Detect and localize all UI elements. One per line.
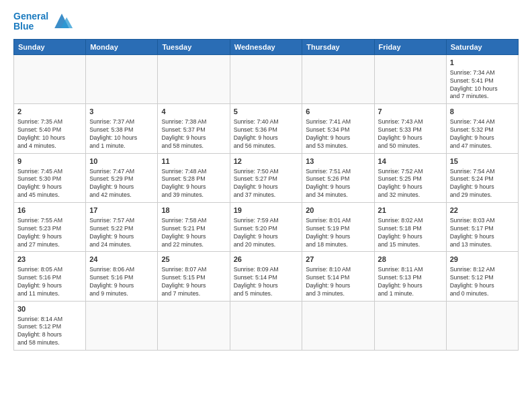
calendar-cell: 14Sunrise: 7:52 AMSunset: 5:25 PMDayligh… [374, 153, 446, 202]
day-info: Sunrise: 7:51 AMSunset: 5:26 PMDaylight:… [306, 168, 370, 200]
day-info: Sunrise: 7:43 AMSunset: 5:33 PMDaylight:… [378, 118, 443, 150]
calendar-cell: 13Sunrise: 7:51 AMSunset: 5:26 PMDayligh… [302, 153, 374, 202]
day-info: Sunrise: 7:55 AMSunset: 5:23 PMDaylight:… [17, 217, 82, 249]
day-info: Sunrise: 7:44 AMSunset: 5:32 PMDaylight:… [450, 118, 515, 150]
day-number: 5 [234, 107, 299, 117]
calendar-cell: 30Sunrise: 8:14 AMSunset: 5:12 PMDayligh… [14, 301, 86, 350]
day-info: Sunrise: 8:11 AMSunset: 5:13 PMDaylight:… [378, 266, 443, 298]
logo-general: General [13, 11, 48, 21]
calendar-table: SundayMondayTuesdayWednesdayThursdayFrid… [13, 39, 519, 351]
calendar-cell: 24Sunrise: 8:06 AMSunset: 5:16 PMDayligh… [86, 252, 158, 301]
calendar-header: SundayMondayTuesdayWednesdayThursdayFrid… [14, 40, 519, 55]
calendar-cell: 20Sunrise: 8:01 AMSunset: 5:19 PMDayligh… [302, 203, 374, 252]
day-number: 2 [17, 107, 82, 117]
logo: General Blue [13, 11, 74, 32]
day-info: Sunrise: 7:37 AMSunset: 5:38 PMDaylight:… [89, 118, 154, 150]
calendar-cell [374, 55, 446, 104]
calendar-cell: 16Sunrise: 7:55 AMSunset: 5:23 PMDayligh… [14, 203, 86, 252]
day-number: 25 [161, 255, 226, 265]
calendar-cell: 5Sunrise: 7:40 AMSunset: 5:36 PMDaylight… [230, 104, 302, 153]
calendar-cell: 11Sunrise: 7:48 AMSunset: 5:28 PMDayligh… [158, 153, 230, 202]
day-number: 22 [450, 205, 515, 216]
calendar-cell: 3Sunrise: 7:37 AMSunset: 5:38 PMDaylight… [86, 104, 158, 153]
day-number: 9 [17, 156, 82, 167]
day-info: Sunrise: 7:54 AMSunset: 5:24 PMDaylight:… [450, 168, 515, 200]
calendar-week-row: 2Sunrise: 7:35 AMSunset: 5:40 PMDaylight… [14, 104, 519, 153]
calendar-cell [230, 301, 302, 350]
calendar-cell [374, 301, 446, 350]
day-number: 11 [161, 156, 226, 167]
day-info: Sunrise: 7:50 AMSunset: 5:27 PMDaylight:… [234, 168, 299, 200]
calendar-cell [446, 301, 518, 350]
logo-icon [50, 11, 74, 32]
day-number: 6 [306, 107, 370, 117]
logo-text: General [13, 11, 48, 21]
day-info: Sunrise: 7:34 AMSunset: 5:41 PMDaylight:… [450, 69, 515, 101]
calendar-cell: 28Sunrise: 8:11 AMSunset: 5:13 PMDayligh… [374, 252, 446, 301]
day-number: 30 [17, 304, 82, 314]
day-number: 20 [306, 205, 370, 216]
day-info: Sunrise: 7:48 AMSunset: 5:28 PMDaylight:… [161, 168, 226, 200]
day-info: Sunrise: 7:38 AMSunset: 5:37 PMDaylight:… [161, 118, 226, 150]
weekday-header-sunday: Sunday [14, 40, 86, 55]
weekday-header-friday: Friday [374, 40, 446, 55]
calendar-cell [86, 55, 158, 104]
day-info: Sunrise: 8:06 AMSunset: 5:16 PMDaylight:… [89, 266, 154, 298]
weekday-header-row: SundayMondayTuesdayWednesdayThursdayFrid… [14, 40, 519, 55]
calendar-body: 1Sunrise: 7:34 AMSunset: 5:41 PMDaylight… [14, 55, 519, 351]
day-info: Sunrise: 7:57 AMSunset: 5:22 PMDaylight:… [89, 217, 154, 249]
calendar-cell: 22Sunrise: 8:03 AMSunset: 5:17 PMDayligh… [446, 203, 518, 252]
day-number: 16 [17, 205, 82, 216]
weekday-header-saturday: Saturday [446, 40, 518, 55]
calendar-cell: 21Sunrise: 8:02 AMSunset: 5:18 PMDayligh… [374, 203, 446, 252]
day-info: Sunrise: 7:40 AMSunset: 5:36 PMDaylight:… [234, 118, 299, 150]
day-number: 10 [89, 156, 154, 167]
calendar-cell: 19Sunrise: 7:59 AMSunset: 5:20 PMDayligh… [230, 203, 302, 252]
calendar-week-row: 1Sunrise: 7:34 AMSunset: 5:41 PMDaylight… [14, 55, 519, 104]
day-number: 7 [378, 107, 443, 117]
day-info: Sunrise: 8:10 AMSunset: 5:14 PMDaylight:… [306, 266, 370, 298]
day-number: 24 [89, 255, 154, 265]
day-info: Sunrise: 8:03 AMSunset: 5:17 PMDaylight:… [450, 217, 515, 249]
day-info: Sunrise: 7:58 AMSunset: 5:21 PMDaylight:… [161, 217, 226, 249]
day-number: 8 [450, 107, 515, 117]
day-info: Sunrise: 8:01 AMSunset: 5:19 PMDaylight:… [306, 217, 370, 249]
day-info: Sunrise: 8:14 AMSunset: 5:12 PMDaylight:… [17, 316, 82, 348]
calendar-cell [230, 55, 302, 104]
day-number: 23 [17, 255, 82, 265]
calendar-cell: 23Sunrise: 8:05 AMSunset: 5:16 PMDayligh… [14, 252, 86, 301]
day-info: Sunrise: 7:52 AMSunset: 5:25 PMDaylight:… [378, 168, 443, 200]
calendar-cell [302, 55, 374, 104]
calendar-cell: 29Sunrise: 8:12 AMSunset: 5:12 PMDayligh… [446, 252, 518, 301]
day-info: Sunrise: 7:47 AMSunset: 5:29 PMDaylight:… [89, 168, 154, 200]
page: General Blue SundayMondayTuesdayWednesda… [0, 0, 532, 411]
calendar-cell: 26Sunrise: 8:09 AMSunset: 5:14 PMDayligh… [230, 252, 302, 301]
day-info: Sunrise: 7:35 AMSunset: 5:40 PMDaylight:… [17, 118, 82, 150]
calendar-cell: 12Sunrise: 7:50 AMSunset: 5:27 PMDayligh… [230, 153, 302, 202]
calendar-cell: 6Sunrise: 7:41 AMSunset: 5:34 PMDaylight… [302, 104, 374, 153]
day-info: Sunrise: 8:02 AMSunset: 5:18 PMDaylight:… [378, 217, 443, 249]
day-number: 4 [161, 107, 226, 117]
day-number: 26 [234, 255, 299, 265]
calendar-week-row: 16Sunrise: 7:55 AMSunset: 5:23 PMDayligh… [14, 203, 519, 252]
day-number: 1 [450, 58, 515, 68]
calendar-cell: 1Sunrise: 7:34 AMSunset: 5:41 PMDaylight… [446, 55, 518, 104]
weekday-header-tuesday: Tuesday [158, 40, 230, 55]
calendar-cell [158, 55, 230, 104]
day-number: 13 [306, 156, 370, 167]
calendar-cell: 9Sunrise: 7:45 AMSunset: 5:30 PMDaylight… [14, 153, 86, 202]
day-number: 3 [89, 107, 154, 117]
calendar-cell: 15Sunrise: 7:54 AMSunset: 5:24 PMDayligh… [446, 153, 518, 202]
header: General Blue [13, 11, 519, 32]
calendar-week-row: 30Sunrise: 8:14 AMSunset: 5:12 PMDayligh… [14, 301, 519, 350]
logo-blue-text: Blue [13, 21, 48, 32]
weekday-header-wednesday: Wednesday [230, 40, 302, 55]
day-number: 15 [450, 156, 515, 167]
calendar-week-row: 9Sunrise: 7:45 AMSunset: 5:30 PMDaylight… [14, 153, 519, 202]
day-info: Sunrise: 8:09 AMSunset: 5:14 PMDaylight:… [234, 266, 299, 298]
day-info: Sunrise: 8:07 AMSunset: 5:15 PMDaylight:… [161, 266, 226, 298]
day-number: 21 [378, 205, 443, 216]
day-info: Sunrise: 8:05 AMSunset: 5:16 PMDaylight:… [17, 266, 82, 298]
day-info: Sunrise: 7:41 AMSunset: 5:34 PMDaylight:… [306, 118, 370, 150]
day-number: 29 [450, 255, 515, 265]
